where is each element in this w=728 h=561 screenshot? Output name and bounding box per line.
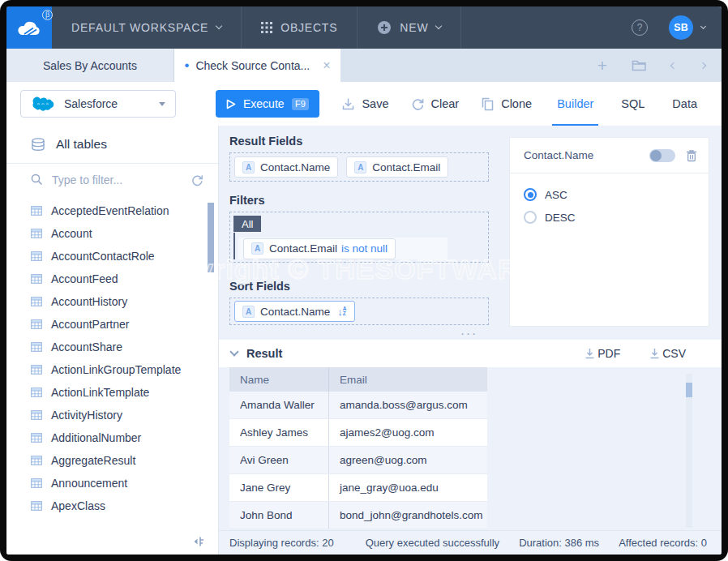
table-list-item[interactable]: ActivityHistory	[6, 404, 218, 426]
table-list-item[interactable]: Announcement	[6, 472, 218, 495]
cell-name: Avi Green	[229, 454, 328, 466]
execute-button[interactable]: Execute F9	[216, 90, 319, 118]
export-csv-button[interactable]: CSV	[649, 347, 686, 360]
clear-button[interactable]: Clear	[411, 97, 460, 111]
filter-group-badge[interactable]: All	[233, 216, 261, 232]
table-list-item[interactable]: AdditionalNumber	[6, 426, 218, 449]
database-icon	[31, 138, 45, 152]
filter-group-area: A Contact.Email is not null	[238, 238, 448, 259]
table-list-item[interactable]: AccountShare	[6, 336, 218, 358]
objects-menu[interactable]: OBJECTS	[242, 6, 357, 49]
sort-fields-dropzone[interactable]: A Contact.Name ↓AZ	[229, 298, 489, 325]
shortcut-badge: F9	[292, 98, 310, 110]
field-chip-contact-name[interactable]: A Contact.Name	[234, 156, 338, 178]
salesforce-icon	[31, 96, 54, 112]
workspace-label: DEFAULT WORKSPACE	[71, 21, 208, 34]
chevron-right-icon[interactable]	[700, 62, 706, 68]
open-folder-icon[interactable]	[632, 59, 647, 71]
table-list-item[interactable]: AccountPartner	[6, 313, 218, 336]
close-icon[interactable]: ×	[323, 58, 330, 73]
table-list-item[interactable]: ApexClass	[6, 495, 218, 517]
table-icon	[31, 319, 42, 329]
export-pdf-button[interactable]: PDF	[585, 347, 620, 360]
result-grid-area: Name Email Amanda Waller amanda.boss@arg…	[219, 367, 722, 530]
connector-select[interactable]: Salesforce	[20, 90, 176, 118]
table-icon	[31, 251, 42, 261]
tab-actions: +	[597, 49, 722, 82]
table-name: ApexClass	[51, 499, 105, 512]
radio-selected-icon	[524, 188, 537, 201]
tab-sales-by-accounts[interactable]: Sales By Accounts	[6, 49, 174, 82]
radio-asc[interactable]: ASC	[524, 188, 695, 201]
text-type-icon: A	[251, 242, 263, 255]
table-name: Account	[51, 227, 92, 240]
table-row[interactable]: John Bond bond_john@grandhotels.com	[229, 502, 487, 529]
all-tables-label: All tables	[56, 137, 107, 152]
cell-name: Jane Grey	[229, 482, 328, 494]
result-fields-title: Result Fields	[229, 135, 302, 148]
chevron-down-icon	[216, 23, 222, 29]
table-row[interactable]: Jane Grey jane_gray@uoa.edu	[229, 474, 487, 502]
user-menu[interactable]: SB	[669, 15, 705, 40]
tab-builder[interactable]: Builder	[557, 82, 593, 126]
tab-data[interactable]: Data	[672, 82, 697, 126]
download-icon	[649, 348, 660, 359]
all-tables-header[interactable]: All tables	[6, 126, 218, 163]
result-scrollbar-thumb[interactable]	[686, 383, 692, 397]
tab-sql[interactable]: SQL	[621, 82, 644, 126]
beta-badge: β	[42, 10, 53, 20]
app-logo[interactable]: β	[6, 6, 52, 49]
plus-circle-icon	[377, 20, 392, 35]
table-row[interactable]: Amanda Waller amanda.boss@argus.com	[229, 392, 487, 419]
table-row[interactable]: Ashley James ajames2@uog.com	[229, 419, 487, 447]
table-row[interactable]: Avi Green agreen@uog.com	[229, 447, 487, 474]
delete-sort-button[interactable]	[686, 149, 697, 162]
table-list-item[interactable]: AccountContactRole	[6, 245, 218, 268]
table-list-item[interactable]: AggregateResult	[6, 449, 218, 472]
result-fields-dropzone[interactable]: A Contact.Name A Contact.Email	[229, 152, 489, 182]
export-pdf-label: PDF	[597, 347, 620, 360]
filter-tables-input[interactable]	[52, 173, 182, 186]
column-header-name[interactable]: Name	[229, 374, 328, 386]
tab-check-source-contacts[interactable]: • Check Source Conta... ×	[174, 49, 340, 82]
radio-desc[interactable]: DESC	[524, 211, 695, 224]
sort-field-chip[interactable]: A Contact.Name ↓AZ	[234, 301, 355, 322]
panel-resize-handle[interactable]: ···	[460, 326, 477, 340]
workspace-menu[interactable]: DEFAULT WORKSPACE	[52, 6, 241, 49]
result-scrollbar[interactable]	[686, 374, 692, 528]
filter-condition-chip[interactable]: A Contact.Email is not null	[243, 238, 396, 259]
save-button[interactable]: Save	[341, 97, 388, 111]
collapse-sidebar-icon[interactable]	[192, 536, 205, 547]
table-icon	[31, 478, 42, 488]
table-list-item[interactable]: ActionLinkGroupTemplate	[6, 358, 218, 381]
new-tab-icon[interactable]: +	[597, 58, 607, 73]
table-list-item[interactable]: ActionLinkTemplate	[6, 381, 218, 404]
search-icon	[31, 173, 43, 186]
table-filter-row	[6, 163, 218, 195]
clone-label: Clone	[501, 97, 532, 110]
trash-icon	[686, 149, 697, 162]
table-list-item[interactable]: AccountHistory	[6, 290, 218, 313]
sort-toggle[interactable]	[649, 149, 675, 162]
chevron-down-icon	[700, 23, 706, 28]
column-header-email[interactable]: Email	[328, 367, 487, 392]
filters-dropzone[interactable]: All A Contact.Email is not null	[229, 212, 489, 263]
field-chip-contact-email[interactable]: A Contact.Email	[346, 156, 448, 178]
table-list-item[interactable]: AccountFeed	[6, 268, 218, 290]
table-list-item[interactable]: Account	[6, 222, 218, 245]
filters-title: Filters	[229, 194, 265, 207]
export-csv-label: CSV	[662, 347, 686, 360]
app-window: β DEFAULT WORKSPACE OBJECTS	[0, 0, 728, 561]
clone-button[interactable]: Clone	[481, 97, 532, 111]
table-list-item[interactable]: AcceptedEventRelation	[6, 199, 218, 222]
new-menu[interactable]: NEW	[358, 6, 460, 49]
chevron-left-icon[interactable]	[670, 62, 677, 68]
collapse-result-icon[interactable]	[229, 347, 238, 356]
help-icon[interactable]: ?	[632, 19, 648, 36]
sidebar-scrollbar-thumb[interactable]	[208, 203, 214, 272]
refresh-icon[interactable]	[191, 173, 203, 186]
sort-panel-header: Contact.Name	[510, 138, 709, 173]
table-icon	[31, 388, 42, 397]
avatar: SB	[669, 15, 693, 40]
condition-field: Contact.Email	[269, 242, 337, 255]
